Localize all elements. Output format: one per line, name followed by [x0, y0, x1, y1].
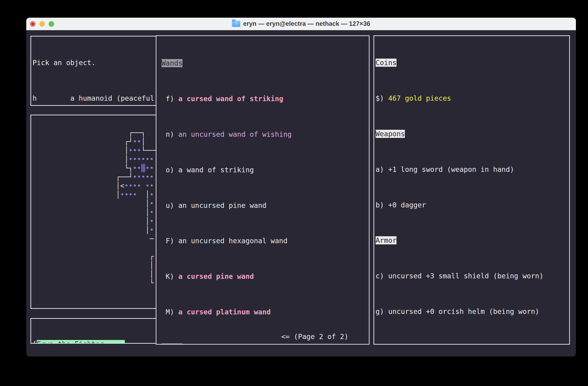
item-selector-letter: c)	[376, 272, 388, 280]
item-selector-letter: l)	[376, 343, 388, 345]
wall-glyph: ─	[150, 235, 154, 243]
inventory-line[interactable]: a) +1 long sword (weapon in hand)	[376, 165, 569, 174]
wall-glyph: ─	[133, 129, 137, 137]
floor-dot: •	[133, 173, 137, 181]
item-text: a wand of striking	[178, 166, 254, 174]
item-text: Wands	[162, 59, 182, 67]
item-text: Armor	[376, 236, 397, 244]
wall-glyph: │	[150, 261, 154, 269]
player-name-highlight: Eryn the Fighter	[37, 340, 125, 344]
floor-dot: •	[145, 173, 149, 181]
window-title: eryn — eryn@electra — nethack — 127×36	[243, 20, 370, 27]
item-text: a cursed pine wand	[178, 272, 254, 280]
item-text: Tools	[162, 343, 182, 345]
item-selector-letter: g)	[376, 307, 388, 316]
inventory-line[interactable]: b) +0 dagger	[376, 201, 569, 210]
inventory-line[interactable]: f) a cursed wand of striking	[162, 94, 369, 103]
inventory-line[interactable]: Wands	[162, 59, 369, 68]
floor-dot: •	[128, 182, 133, 190]
item-text: a cursed wand of striking	[178, 95, 283, 103]
floor-dot: •	[150, 191, 154, 199]
page-indicator[interactable]: <= (Page 2 of 2)	[281, 332, 348, 341]
item-selector-letter: F)	[162, 237, 178, 245]
floor-dot: •	[137, 164, 141, 172]
item-selector-letter: K)	[162, 272, 178, 280]
floor-dot: •	[133, 137, 137, 146]
map-panel: ┌──┐ ┌┘••│ │•••└─── │•••••• └┐••%••┌──┘•…	[30, 115, 157, 309]
message-panel: Pick an object. h a humanoid (peaceful P…	[30, 36, 157, 106]
wall-glyph: │	[145, 226, 149, 234]
inventory-page-lines: Wands f) a cursed wand of striking n) an…	[156, 36, 369, 345]
proxy-folder-icon[interactable]	[232, 21, 240, 27]
item-selector-letter: f)	[162, 95, 178, 103]
titlebar[interactable]: eryn — eryn@electra — nethack — 127×36	[26, 18, 576, 30]
inventory-line[interactable]: $) 467 gold pieces	[376, 94, 569, 103]
wall-glyph: ─	[120, 173, 124, 181]
wall-glyph: ┘	[128, 137, 133, 146]
wall-glyph: └	[141, 146, 145, 154]
wall-glyph: │	[145, 217, 149, 225]
inventory-page-panel: Wands f) a cursed wand of striking n) an…	[156, 35, 370, 345]
minimize-button[interactable]	[39, 21, 45, 27]
inventory-line[interactable]: l) +2 silver dragon scale mail (being wo…	[376, 343, 569, 345]
floor-dot: •	[150, 173, 154, 181]
item-selector-letter: M)	[162, 308, 178, 316]
inventory-line[interactable]: Tools	[162, 343, 369, 345]
inventory-line[interactable]: Weapons	[376, 129, 569, 138]
inventory-line[interactable]: K) a cursed pine wand	[162, 272, 369, 281]
item-text: an uncursed wand of wishing	[178, 130, 292, 138]
message-lines: Pick an object. h a humanoid (peaceful P…	[31, 37, 156, 106]
item-text: an uncursed hexagonal wand	[178, 237, 288, 245]
item-selector-letter: $)	[376, 94, 388, 102]
terminal-window: eryn — eryn@electra — nethack — 127×36 P…	[26, 18, 576, 356]
wall-glyph: ┐	[128, 164, 133, 172]
floor-dot: •	[137, 173, 141, 181]
item-text: 467 gold pieces	[388, 94, 451, 102]
wall-glyph: └	[124, 164, 128, 172]
inventory-line[interactable]: u) an uncursed pine wand	[162, 201, 369, 210]
item-text: +0 dagger	[388, 201, 426, 209]
wall-glyph: ─	[150, 146, 154, 154]
wall-glyph: ┐	[141, 129, 145, 137]
wall-glyph: │	[150, 270, 154, 278]
inventory-line[interactable]: o) a wand of striking	[162, 166, 369, 174]
floor-dot: •	[137, 137, 141, 146]
wall-glyph: ─	[145, 146, 149, 154]
item-text: +1 long sword (weapon in hand)	[388, 165, 514, 173]
floor-dot: •	[145, 164, 149, 172]
inventory-line[interactable]: Coins	[376, 58, 569, 67]
status-name-line: [Eryn the Fighter	[33, 340, 156, 344]
inventory-line[interactable]: F) an uncursed hexagonal wand	[162, 236, 369, 245]
floor-dot: •	[137, 146, 141, 154]
floor-dot: •	[133, 191, 137, 199]
floor-dot: •	[141, 173, 145, 181]
floor-dot: •	[137, 155, 141, 163]
dungeon-map[interactable]: ┌──┐ ┌┘••│ │•••└─── │•••••• └┐••%••┌──┘•…	[116, 128, 157, 287]
item-text: uncursed +0 orcish helm (being worn)	[388, 307, 539, 316]
item-text: an uncursed pine wand	[178, 201, 266, 210]
wall-glyph: │	[116, 191, 120, 199]
zoom-button[interactable]	[49, 21, 54, 27]
inventory-line[interactable]: M) a cursed platinum wand	[162, 308, 369, 317]
close-button[interactable]	[30, 21, 36, 27]
message-line: h a humanoid (peaceful	[33, 94, 156, 103]
floor-dot: •	[145, 155, 149, 163]
full-inventory-lines: Coins $) 467 gold pieces Weapons a) +1 l…	[374, 36, 569, 345]
item-text: +2 silver dragon scale mail (being worn)	[388, 343, 556, 345]
item-selector-letter: a)	[376, 165, 388, 173]
item-selector-letter: b)	[376, 201, 388, 209]
item-selector-letter: n)	[162, 130, 178, 138]
item-text: Weapons	[376, 130, 405, 138]
floor-dot: •	[150, 226, 154, 234]
message-line: Pick an object.	[33, 58, 156, 67]
inventory-line[interactable]: g) uncursed +0 orcish helm (being worn)	[376, 307, 569, 316]
open-bracket: [	[33, 340, 37, 344]
floor-dot: •	[150, 164, 154, 172]
floor-dot: •	[150, 217, 154, 225]
floor-dot: •	[150, 182, 154, 190]
inventory-line[interactable]: n) an uncursed wand of wishing	[162, 130, 369, 139]
floor-dot: •	[150, 208, 154, 216]
message-text: Pick an object.	[33, 59, 96, 67]
inventory-line[interactable]: Armor	[376, 236, 569, 245]
inventory-line[interactable]: c) uncursed +3 small shield (being worn)	[376, 272, 569, 280]
